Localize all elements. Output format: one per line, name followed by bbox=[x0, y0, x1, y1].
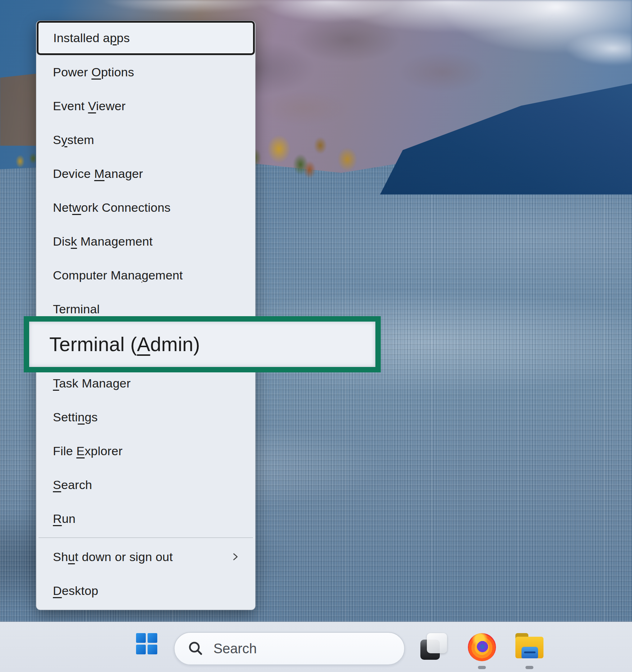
search-placeholder-text: Search bbox=[213, 641, 257, 657]
menu-item-file-explorer[interactable]: File Explorer bbox=[36, 434, 255, 468]
submenu-chevron-icon bbox=[230, 552, 240, 562]
menu-item-computer-management[interactable]: Computer Management bbox=[36, 258, 255, 292]
mnemonic-underline: w bbox=[72, 201, 81, 214]
task-view-button[interactable] bbox=[420, 633, 448, 661]
menu-item-label: Network Connections bbox=[53, 201, 171, 215]
menu-item-installed-apps[interactable]: Installed apps bbox=[37, 21, 255, 55]
mnemonic-underline: M bbox=[94, 167, 105, 180]
menu-item-search[interactable]: Search bbox=[36, 468, 255, 502]
menu-item-label: Settings bbox=[53, 410, 98, 424]
start-button[interactable] bbox=[135, 632, 158, 655]
menu-item-run[interactable]: Run bbox=[36, 502, 255, 536]
menu-item-shut-down-or-sign-out[interactable]: Shut down or sign out bbox=[36, 540, 255, 574]
menu-item-label: Event Viewer bbox=[53, 99, 126, 113]
mnemonic-underline: k bbox=[71, 234, 77, 248]
file-explorer-button[interactable] bbox=[515, 633, 543, 661]
desktop-screen: { "menu": { "items": [ {"id":"installed-… bbox=[0, 0, 632, 672]
mnemonic-underline: u bbox=[68, 550, 75, 564]
mnemonic-underline: T bbox=[53, 376, 59, 390]
file-explorer-running-indicator bbox=[525, 666, 533, 669]
menu-item-label: Installed apps bbox=[53, 31, 130, 45]
menu-item-system[interactable]: System bbox=[36, 123, 255, 157]
menu-item-label: File Explorer bbox=[53, 444, 122, 458]
firefox-button[interactable] bbox=[468, 633, 496, 661]
menu-item-label: Shut down or sign out bbox=[53, 550, 173, 564]
menu-item-label: Desktop bbox=[53, 584, 98, 598]
mnemonic-underline: O bbox=[91, 65, 101, 79]
mnemonic-underline: V bbox=[88, 99, 96, 113]
mnemonic-underline: n bbox=[78, 410, 85, 424]
search-icon bbox=[188, 640, 204, 657]
menu-item-label: Device Manager bbox=[53, 167, 143, 181]
menu-item-event-viewer[interactable]: Event Viewer bbox=[36, 89, 255, 123]
menu-item-label: Disk Management bbox=[53, 234, 153, 248]
mnemonic-underline: S bbox=[53, 478, 61, 492]
menu-item-label: Power Options bbox=[53, 65, 134, 79]
mnemonic-underline: A bbox=[137, 333, 150, 355]
taskbar-search[interactable]: Search bbox=[174, 632, 405, 665]
menu-item-desktop[interactable]: Desktop bbox=[36, 574, 255, 608]
mnemonic-underline: E bbox=[76, 444, 85, 458]
mnemonic-underline: y bbox=[61, 133, 67, 147]
menu-item-label: Task Manager bbox=[53, 376, 131, 390]
highlighted-menu-item-terminal-admin[interactable]: Terminal (Admin) bbox=[24, 316, 381, 372]
menu-item-network-connections[interactable]: Network Connections bbox=[36, 191, 255, 224]
firefox-running-indicator bbox=[478, 666, 486, 669]
menu-item-label: System bbox=[53, 133, 94, 147]
mnemonic-underline: p bbox=[110, 31, 117, 45]
highlight-label: Terminal (Admin) bbox=[49, 333, 200, 356]
menu-item-label: Computer Management bbox=[53, 268, 183, 282]
taskbar: Search bbox=[0, 622, 632, 672]
winx-context-menu: Installed appsPower OptionsEvent ViewerS… bbox=[36, 21, 256, 610]
menu-item-label: Terminal bbox=[53, 302, 100, 316]
mnemonic-underline: R bbox=[53, 512, 62, 525]
menu-item-device-manager[interactable]: Device Manager bbox=[36, 157, 255, 191]
menu-item-disk-management[interactable]: Disk Management bbox=[36, 224, 255, 258]
menu-item-label: Search bbox=[53, 478, 92, 492]
menu-item-power-options[interactable]: Power Options bbox=[36, 55, 255, 89]
mnemonic-underline: D bbox=[53, 584, 62, 597]
menu-separator bbox=[36, 536, 255, 540]
windows-logo-icon bbox=[136, 633, 146, 643]
mnemonic-underline: g bbox=[141, 268, 148, 282]
menu-item-settings[interactable]: Settings bbox=[36, 400, 255, 434]
menu-item-label: Run bbox=[53, 512, 76, 526]
